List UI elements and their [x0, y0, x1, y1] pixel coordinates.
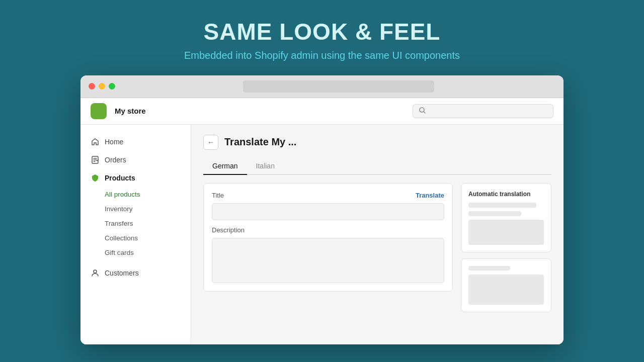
search-input[interactable]: [430, 107, 547, 115]
translate-link[interactable]: Translate: [416, 192, 444, 199]
address-bar[interactable]: [243, 80, 434, 93]
right-column: Automatic translation: [461, 183, 551, 312]
sidebar-item-home[interactable]: Home: [80, 133, 191, 151]
language-tabs: German Italian: [203, 158, 551, 175]
sidebar-sub-item-transfers[interactable]: Transfers: [80, 216, 191, 231]
title-field-header: Title Translate: [212, 192, 444, 199]
second-translation-card: [461, 258, 551, 312]
store-name: My store: [115, 107, 146, 115]
skeleton-line-2: [468, 211, 521, 216]
browser-titlebar: [80, 75, 564, 98]
customers-icon: [91, 268, 100, 278]
hero-title: SAME LOOK & FEEL: [0, 19, 644, 45]
inventory-label: Inventory: [105, 205, 133, 213]
hero-subtitle: Embedded into Shopify admin using the sa…: [0, 50, 644, 61]
skeleton-large-block: [468, 275, 544, 305]
left-column: Title Translate Description: [203, 183, 453, 312]
page-title: Translate My ...: [224, 136, 296, 148]
sidebar: Home Orders: [80, 125, 191, 344]
traffic-light-green[interactable]: [109, 83, 115, 89]
admin-body: Home Orders: [80, 125, 564, 344]
svg-line-1: [424, 112, 425, 113]
search-icon: [419, 107, 426, 115]
transfers-label: Transfers: [105, 220, 133, 227]
orders-icon: [91, 155, 100, 164]
home-icon: [91, 137, 100, 146]
skeleton-line-1: [468, 203, 536, 208]
sidebar-orders-label: Orders: [105, 156, 126, 164]
title-input[interactable]: [212, 203, 444, 220]
gift-cards-label: Gift cards: [105, 249, 134, 256]
sidebar-item-orders[interactable]: Orders: [80, 151, 191, 169]
content-columns: Title Translate Description Automatic tr…: [203, 183, 551, 312]
auto-translation-card: Automatic translation: [461, 183, 551, 252]
products-icon: [91, 173, 100, 183]
description-field-label: Description: [212, 226, 444, 234]
sidebar-sub-item-gift-cards[interactable]: Gift cards: [80, 245, 191, 260]
traffic-light-red[interactable]: [89, 83, 95, 89]
traffic-light-yellow[interactable]: [99, 83, 105, 89]
sidebar-item-customers[interactable]: Customers: [80, 264, 191, 282]
description-textarea[interactable]: [212, 238, 444, 283]
sidebar-products-label: Products: [105, 174, 135, 182]
sidebar-sub-item-all-products[interactable]: All products: [80, 187, 191, 202]
sidebar-sub-item-inventory[interactable]: Inventory: [80, 202, 191, 216]
form-card: Title Translate Description: [203, 183, 453, 292]
sidebar-customers-label: Customers: [105, 269, 139, 277]
tab-italian[interactable]: Italian: [247, 158, 284, 175]
admin-topbar: My store: [80, 98, 564, 125]
skeleton-block-1: [468, 220, 544, 245]
shopify-admin: My store: [80, 98, 564, 344]
all-products-label: All products: [105, 191, 140, 198]
auto-translation-label: Automatic translation: [468, 191, 544, 198]
traffic-lights: [89, 83, 115, 89]
search-bar[interactable]: [413, 104, 553, 118]
svg-point-3: [94, 270, 97, 273]
hero-section: SAME LOOK & FEEL Embedded into Shopify a…: [0, 0, 644, 75]
title-field-label: Title: [212, 192, 224, 199]
page-header: ← Translate My ...: [203, 135, 551, 150]
main-content: ← Translate My ... German Italian Title: [191, 125, 564, 344]
skeleton-small-line: [468, 266, 510, 270]
browser-window: My store: [80, 75, 564, 344]
tab-german[interactable]: German: [203, 158, 247, 175]
collections-label: Collections: [105, 234, 138, 242]
sidebar-item-products[interactable]: Products: [80, 169, 191, 187]
back-button[interactable]: ←: [203, 135, 218, 150]
sidebar-home-label: Home: [105, 138, 123, 146]
store-logo: [91, 103, 107, 119]
sidebar-sub-item-collections[interactable]: Collections: [80, 231, 191, 245]
